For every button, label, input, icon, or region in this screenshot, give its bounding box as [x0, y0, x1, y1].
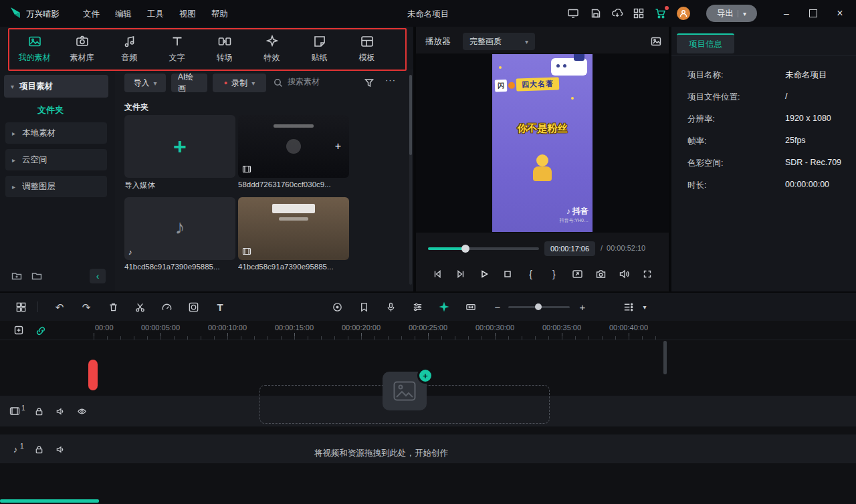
media-cell-import[interactable]: + 导入媒体 [124, 115, 235, 191]
search-input[interactable] [286, 76, 350, 87]
app-name: 万兴喵影 [26, 9, 60, 20]
media-card-label: 41bcd58c91a7390e95885... [124, 263, 235, 271]
playback-slider-fill [428, 247, 465, 250]
chevron-down-icon[interactable]: ▾ [639, 301, 651, 313]
robot-sticker [574, 54, 584, 61]
timeline-ruler[interactable]: 00:00 00:00:05:00 00:00:10:00 00:00:15:0… [0, 321, 856, 340]
cloud-download-icon[interactable] [611, 7, 623, 19]
playback-slider-handle[interactable] [461, 245, 469, 253]
media-cell-audio-1[interactable]: ♪ ♪ 41bcd58c91a7390e95885... [124, 197, 235, 271]
voiceover-mic-button[interactable] [385, 301, 397, 313]
link-icon[interactable] [35, 325, 47, 337]
volume-button[interactable] [617, 267, 631, 281]
video-thumbnail[interactable]: + [238, 115, 349, 178]
tab-audio[interactable]: 音频 [106, 27, 153, 70]
frame-forward-button[interactable] [454, 267, 467, 281]
tab-project-info[interactable]: 项目信息 [677, 33, 734, 53]
track-manager-button[interactable] [622, 301, 634, 313]
add-clip-icon[interactable] [13, 325, 25, 337]
mute-icon[interactable] [55, 406, 66, 416]
more-options-icon[interactable]: ··· [385, 75, 396, 85]
zoom-out-button[interactable]: − [492, 301, 504, 313]
import-button[interactable]: 导入 ▾ [124, 74, 166, 92]
mark-in-button[interactable]: { [524, 267, 538, 281]
video-thumbnail[interactable] [238, 197, 349, 260]
sidebar-item-adjustment-layer[interactable]: ▸ 调整图层 [5, 176, 107, 197]
tab-stock-library[interactable]: 素材库 [58, 27, 106, 70]
tab-my-media[interactable]: 我的素材 [11, 27, 58, 70]
text-tool-button[interactable]: T [214, 301, 226, 313]
visibility-eye-icon[interactable] [76, 406, 87, 416]
audio-mixer-button[interactable] [411, 301, 423, 313]
add-to-timeline-icon[interactable]: + [335, 140, 341, 152]
sidebar-item-local-media[interactable]: ▸ 本地素材 [5, 122, 107, 144]
mark-out-button[interactable]: } [547, 267, 560, 281]
speed-button[interactable] [160, 301, 173, 313]
play-button[interactable] [477, 267, 491, 281]
cart-icon[interactable] [654, 7, 667, 19]
split-scissors-button[interactable] [134, 301, 146, 313]
filter-icon[interactable] [364, 78, 374, 88]
menu-edit[interactable]: 编辑 [115, 9, 132, 20]
timeline-vertical-scrollbar[interactable] [663, 341, 667, 374]
delete-button[interactable] [107, 301, 119, 313]
frame-back-button[interactable] [431, 267, 444, 281]
zoom-slider-handle[interactable] [535, 303, 542, 310]
tab-text[interactable]: 文字 [153, 27, 201, 70]
apps-grid-icon[interactable] [633, 7, 645, 19]
marker-button[interactable] [358, 301, 370, 313]
snapshot-button[interactable] [594, 267, 607, 281]
tab-transitions[interactable]: 转场 [201, 27, 248, 70]
menu-tools[interactable]: 工具 [147, 9, 164, 20]
media-cell-video-1[interactable]: + 58ddd72631760ccf030c9... [238, 115, 349, 191]
minimize-button[interactable]: – [780, 7, 793, 20]
mute-icon[interactable] [55, 444, 66, 455]
auto-ripple-button[interactable] [465, 301, 477, 313]
media-cell-video-2[interactable]: 41bcd58c91a7390e95885... [238, 197, 349, 271]
import-media-card[interactable]: + [124, 115, 235, 178]
render-preview-button[interactable] [331, 301, 343, 313]
menu-help[interactable]: 帮助 [211, 9, 228, 20]
sidebar-folder-link[interactable]: 文件夹 [37, 104, 64, 116]
close-button[interactable]: × [833, 7, 847, 20]
sidebar-group-project-media[interactable]: ▾ 项目素材 [4, 75, 108, 98]
keyframe-button[interactable] [438, 301, 450, 313]
undo-button[interactable]: ↶ [54, 301, 66, 313]
redo-button[interactable]: ↷ [80, 301, 92, 313]
record-button[interactable]: ● 录制 ▾ [213, 74, 266, 92]
preview-window-button[interactable] [570, 267, 584, 281]
user-avatar[interactable] [677, 7, 690, 20]
timeline-horizontal-scrollbar[interactable] [0, 499, 99, 503]
quality-dropdown[interactable]: 完整画质 ▾ [463, 33, 535, 50]
audio-thumbnail[interactable]: ♪ ♪ [124, 197, 235, 260]
maximize-button[interactable] [807, 7, 820, 20]
tab-templates[interactable]: 模板 [343, 27, 391, 70]
folder-icon[interactable] [31, 270, 43, 282]
export-button[interactable]: 导出 ▾ [706, 5, 757, 22]
ai-paint-button[interactable]: AI绘画 [171, 74, 207, 92]
stop-button[interactable] [501, 267, 514, 281]
lock-icon[interactable] [33, 406, 44, 416]
tab-stickers[interactable]: 贴纸 [296, 27, 343, 70]
current-time[interactable]: 00:00:17:06 [544, 241, 595, 256]
video-preview[interactable]: 闪 四大名著 你不是粉丝 ♪ 抖音 抖音号:YH0… [492, 54, 593, 232]
effects-icon [265, 34, 280, 49]
display-settings-icon[interactable] [650, 35, 662, 47]
info-label: 分辨率: [687, 114, 715, 125]
timeline-toolbar: ↶ ↷ T [0, 293, 856, 321]
tab-effects[interactable]: 特效 [248, 27, 296, 70]
menu-file[interactable]: 文件 [83, 9, 100, 20]
workspace-layout-icon[interactable] [567, 7, 579, 19]
new-folder-icon[interactable] [11, 270, 23, 282]
fullscreen-button[interactable] [641, 267, 654, 281]
lock-icon[interactable] [33, 444, 44, 455]
layout-grid-icon[interactable] [15, 301, 27, 313]
save-icon[interactable] [590, 7, 602, 19]
zoom-in-button[interactable]: + [576, 301, 588, 313]
sidebar-item-cloud-space[interactable]: ▸ 云空间 [5, 149, 107, 170]
playhead[interactable] [88, 360, 98, 390]
media-scrollbar[interactable] [409, 75, 412, 155]
mask-button[interactable] [187, 301, 199, 313]
collapse-sidebar-button[interactable]: ‹ [90, 269, 106, 283]
menu-view[interactable]: 视图 [179, 9, 196, 20]
